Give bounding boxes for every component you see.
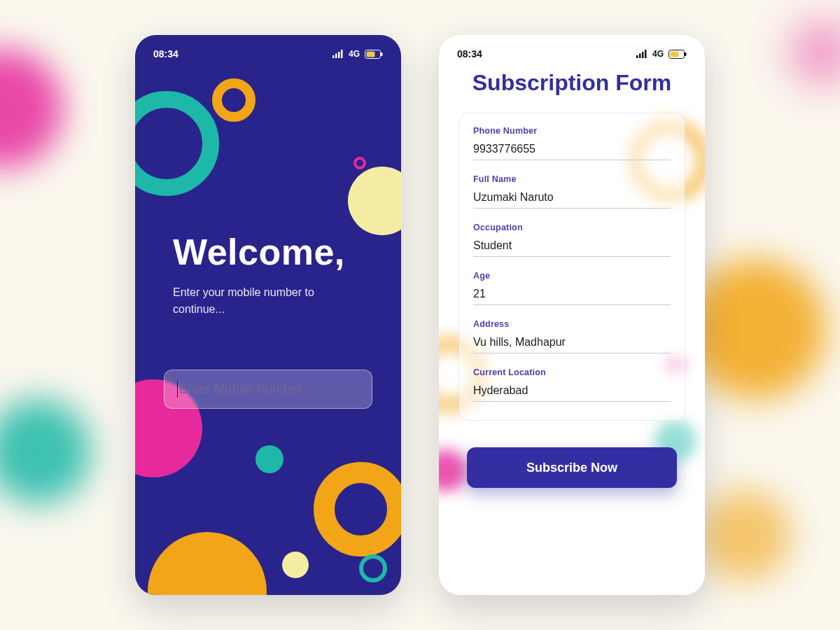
status-time: 08:34 [457, 48, 482, 59]
welcome-subtitle: Enter your mobile number to continue... [173, 284, 341, 318]
welcome-body: Welcome, Enter your mobile number to con… [135, 63, 401, 318]
svg-rect-5 [367, 51, 375, 57]
field-age: Age [473, 271, 671, 305]
svg-rect-6 [381, 52, 383, 56]
svg-rect-9 [642, 52, 644, 58]
field-label: Age [473, 271, 671, 281]
svg-rect-1 [335, 54, 337, 59]
field-label: Occupation [473, 223, 671, 232]
ring-teal-small-icon [359, 554, 387, 582]
age-input[interactable] [473, 284, 671, 305]
status-right: 4G [332, 49, 383, 59]
phone-input[interactable] [473, 139, 671, 160]
location-input[interactable] [473, 380, 671, 402]
circle-orange-icon [148, 532, 267, 595]
text-caret-icon [177, 381, 178, 398]
field-label: Current Location [473, 368, 671, 377]
mobile-number-input[interactable] [179, 382, 359, 397]
field-label: Address [473, 319, 671, 329]
circle-magenta-blur-icon [439, 449, 467, 491]
svg-rect-10 [645, 50, 647, 58]
svg-rect-3 [341, 50, 343, 58]
welcome-screen: 08:34 4G Welcome, [135, 35, 401, 595]
svg-rect-13 [685, 52, 687, 56]
battery-icon [365, 50, 383, 59]
svg-rect-8 [639, 54, 641, 59]
status-right: 4G [636, 49, 687, 59]
address-input[interactable] [473, 332, 671, 354]
subscribe-button[interactable]: Subscribe Now [467, 447, 677, 488]
svg-rect-2 [338, 52, 340, 58]
battery-icon [668, 50, 687, 59]
form-title: Subscription Form [439, 70, 705, 96]
svg-rect-0 [332, 55, 335, 58]
ring-orange-large-icon [314, 462, 401, 556]
mobile-number-field[interactable] [164, 370, 372, 409]
status-time: 08:34 [153, 48, 178, 59]
network-label: 4G [652, 49, 664, 59]
svg-rect-7 [636, 55, 638, 58]
circle-cream-small-icon [282, 552, 309, 578]
subscription-screen: 08:34 4G Subscription Form Phone Number [439, 35, 705, 595]
welcome-title: Welcome, [173, 231, 376, 273]
name-input[interactable] [473, 187, 671, 209]
field-address: Address [473, 319, 671, 354]
status-bar: 08:34 4G [439, 35, 705, 63]
field-label: Full Name [473, 174, 671, 184]
occupation-input[interactable] [473, 235, 671, 257]
field-label: Phone Number [473, 126, 671, 136]
subscription-form: Phone Number Full Name Occupation Age Ad… [458, 113, 685, 421]
network-label: 4G [349, 49, 360, 59]
status-bar: 08:34 4G [135, 35, 401, 63]
artboard-stage: 08:34 4G Welcome, [0, 0, 840, 630]
field-name: Full Name [473, 174, 671, 209]
svg-rect-12 [671, 51, 679, 57]
circle-teal-icon [255, 445, 284, 473]
field-phone: Phone Number [473, 126, 671, 160]
field-location: Current Location [473, 368, 671, 402]
signal-icon [636, 50, 648, 58]
signal-icon [332, 50, 344, 58]
field-occupation: Occupation [473, 223, 671, 257]
